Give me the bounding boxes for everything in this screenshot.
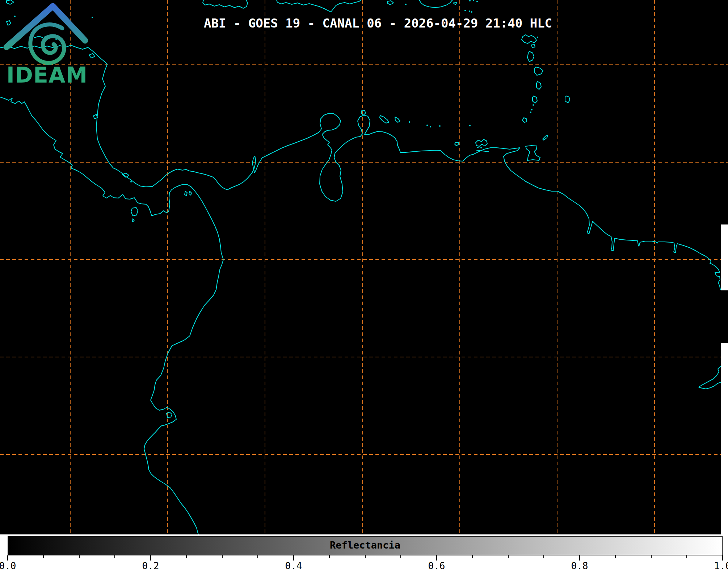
coastline-st-lucia (536, 81, 541, 89)
islet-dot (531, 109, 533, 110)
logo-text: IDEAM (7, 62, 88, 87)
colorbar-tick-labels: 0.00.20.40.60.81.0 (8, 560, 723, 571)
colorbar-minor-tick (543, 555, 544, 558)
colorbar-minor-tick (365, 555, 366, 558)
coastline-coiba-small (132, 219, 134, 222)
logo-swirl-icon (30, 25, 64, 63)
coastline-hispaniola-south-coast (419, 0, 453, 8)
islet-dot (430, 126, 431, 127)
coastline-trinidad (526, 146, 540, 160)
islet-dot (130, 181, 132, 182)
coastline-haiti-south-peninsula (277, 0, 361, 12)
islet-dot (530, 112, 531, 113)
colorbar-major-tick (150, 555, 151, 560)
coastline-aruba (361, 110, 366, 115)
coastline-martinique (534, 67, 543, 75)
colorbar-tick-label: 0.0 (0, 560, 16, 571)
colorbar-minor-tick (400, 555, 401, 558)
colorbar-major-tick (722, 555, 723, 560)
colorbar-major-tick (579, 555, 580, 560)
coastline-islet-beata (387, 1, 394, 5)
coastline-dominica (527, 51, 534, 62)
colorbar-minor-tick (79, 555, 80, 558)
colorbar-minor-tick (186, 555, 187, 558)
colorbar-minor-tick (329, 555, 330, 558)
islet-dot (409, 121, 410, 123)
coastline-pearl-island-b (189, 191, 192, 195)
coastline-margarita (476, 139, 487, 146)
map-svg (0, 0, 728, 534)
islet-dot (469, 11, 470, 12)
image-title: ABI - GOES 19 - CANAL 06 - 2026-04-29 21… (204, 16, 552, 30)
colorbar-tick-label: 0.4 (285, 560, 302, 571)
coastline-bluefields-lagoon (93, 114, 97, 119)
satellite-image-figure: { "header": { "title": "ABI - GOES 19 - … (0, 0, 728, 571)
ideam-logo: IDEAM (0, 0, 94, 87)
colorbar-minor-tick (686, 555, 687, 558)
colorbar-minor-tick (615, 555, 616, 558)
coastline-grenada (522, 118, 527, 122)
coastline-tobago (543, 135, 548, 140)
islet-dot (473, 0, 474, 1)
coastline-islet-fragment (453, 3, 457, 5)
colorbar-minor-tick (114, 555, 115, 558)
coastline-coiba (131, 207, 138, 216)
islet-dot (537, 37, 538, 38)
colorbar-tick-label: 0.2 (142, 560, 159, 571)
no-data-band-notch (721, 290, 728, 343)
islet-dot (480, 147, 482, 148)
coastline-jamaica-south-coast (203, 0, 248, 8)
islet-dot (469, 125, 471, 126)
islet-dot (476, 1, 478, 2)
colorbar-minor-tick (222, 555, 223, 558)
coastline-bonaire (395, 117, 400, 122)
islet-dot (533, 104, 534, 106)
coastline-st-vincent (533, 96, 537, 103)
colorbar-major-tick (7, 555, 8, 560)
satellite-map: ABI - GOES 19 - CANAL 06 - 2026-04-29 21… (0, 0, 728, 534)
coastline-limon-islet (122, 173, 129, 177)
islet-dot (477, 147, 479, 148)
coastline-guadeloupe (522, 35, 536, 43)
colorbar-minor-tick (472, 555, 473, 558)
islet-dot (471, 11, 472, 13)
islet-dot (439, 125, 441, 127)
coastline-barbados (565, 96, 570, 103)
islet-dot (469, 0, 471, 1)
coastline-caribbean-mainland-coast (0, 45, 720, 290)
coastline-marie-galante (531, 45, 535, 47)
colorbar-minor-tick (651, 555, 652, 558)
islet-dot (405, 4, 407, 5)
colorbar-tick-label: 0.8 (571, 560, 588, 571)
colorbar-major-tick (436, 555, 437, 560)
coastline-pacific-coast-central-south-america (0, 97, 223, 534)
coastline-amazon-river-mouth (699, 366, 720, 389)
colorbar-label: Reflectancia (8, 539, 723, 551)
coastline-pearl-island-a (185, 191, 187, 196)
colorbar-minor-tick (508, 555, 509, 558)
colorbar-major-tick (293, 555, 294, 560)
islet-dot (426, 125, 428, 126)
coastline-la-tortuga (455, 142, 459, 146)
colorbar-tick-label: 1.0 (714, 560, 728, 571)
islet-dot (464, 10, 466, 11)
colorbar-minor-tick (257, 555, 258, 558)
colorbar-minor-tick (43, 555, 44, 558)
coastline-curacao (380, 116, 389, 123)
no-data-band (721, 224, 728, 534)
colorbar-tick-label: 0.6 (428, 560, 445, 571)
